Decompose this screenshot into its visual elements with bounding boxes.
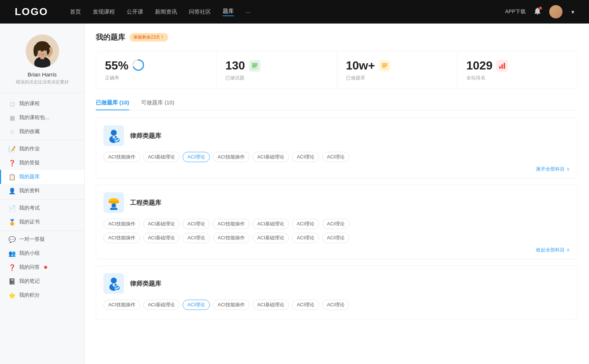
stat-rank-label: 全站排名 — [466, 75, 569, 81]
svg-rect-23 — [504, 63, 505, 69]
svg-rect-22 — [501, 64, 503, 69]
svg-rect-33 — [112, 207, 116, 208]
tag-law2-aci-basic-1[interactable]: ACI基础理论 — [143, 300, 180, 310]
sidebar-item-homework[interactable]: 📝 我的作业 — [0, 142, 84, 156]
logo[interactable]: LOGO — [15, 6, 48, 18]
tag-eng-aci-basic-r2-1[interactable]: ACI基础理论 — [143, 233, 180, 243]
tag-eng-aci-theory-r2-1[interactable]: ACI理论 — [183, 233, 210, 243]
svg-rect-30 — [110, 199, 117, 201]
sidebar-item-label: 一对一答疑 — [19, 236, 45, 243]
course-packages-icon: ▦ — [9, 114, 15, 121]
stat-done-questions-top: 130 — [225, 59, 328, 72]
sidebar-item-course-packages[interactable]: ▦ 我的课程包... — [0, 111, 84, 125]
nav-discover[interactable]: 发现课程 — [93, 8, 115, 15]
questions-badge — [44, 266, 47, 269]
sidebar-item-label: 我的收藏 — [19, 128, 40, 135]
nav-qa[interactable]: 问答社区 — [189, 8, 211, 15]
svg-point-10 — [44, 51, 45, 52]
sidebar-item-my-questions[interactable]: ❓ 我的问答 — [0, 260, 84, 274]
stat-done-banks-top: 10w+ — [346, 59, 448, 72]
tag-eng-aci-skill-1[interactable]: ACI技能操作 — [103, 219, 140, 229]
tag-eng-aci-theory-2[interactable]: ACI理论 — [292, 219, 319, 229]
my-info-icon: 👤 — [9, 188, 15, 194]
bank-section-lawyer-2-tags: ACI技能操作 ACI基础理论 ACI理论 ACI技能操作 ACI基础理论 AC… — [103, 300, 570, 310]
trial-badge: 体验剩余23天！ — [130, 33, 168, 42]
notification-bell[interactable] — [533, 7, 542, 17]
sidebar-profile: Brian Harris 错误的决定比没有决定要好 — [0, 31, 84, 93]
user-avatar[interactable] — [549, 5, 562, 18]
notification-dot — [539, 7, 542, 10]
engineer-icon — [103, 192, 124, 213]
nav-more[interactable]: ··· — [246, 9, 250, 15]
bank-section-engineer-expand[interactable]: 收起全部科目 ∧ — [103, 247, 570, 253]
list-green-icon — [249, 60, 261, 72]
sidebar-item-question-bank[interactable]: 📋 我的题库 — [0, 170, 84, 184]
sidebar-item-label: 我的积分 — [19, 292, 40, 299]
lawyer-icon-1 — [103, 125, 124, 146]
sidebar-item-label: 我的问答 — [19, 264, 40, 271]
tag-eng-aci-skill-r2-1[interactable]: ACI技能操作 — [103, 233, 140, 243]
one-on-one-icon: 💬 — [9, 236, 15, 243]
nav-news[interactable]: 新闻资讯 — [155, 8, 177, 15]
svg-rect-16 — [252, 67, 256, 67]
stat-done-banks-value: 10w+ — [346, 59, 375, 72]
bank-section-lawyer-1-expand[interactable]: 展开全部科目 ∨ — [103, 166, 570, 172]
tag-law2-aci-theory-2[interactable]: ACI理论 — [292, 300, 319, 310]
svg-point-24 — [111, 130, 117, 136]
tag-eng-aci-theory-3[interactable]: ACI理论 — [322, 219, 349, 229]
sidebar-divider-1 — [0, 140, 84, 140]
tag-aci-skill-2[interactable]: ACI技能操作 — [213, 152, 250, 162]
user-dropdown-arrow[interactable]: ▾ — [571, 8, 574, 15]
tag-aci-theory-2[interactable]: ACI理论 — [292, 152, 319, 162]
tag-eng-aci-basic-r2-2[interactable]: ACI基础理论 — [253, 233, 289, 243]
sidebar-item-one-on-one[interactable]: 💬 一对一答疑 — [0, 232, 84, 246]
tag-eng-aci-theory-1[interactable]: ACI理论 — [183, 219, 210, 229]
tab-available-banks[interactable]: 可做题库 (10) — [141, 99, 174, 110]
tag-law2-aci-basic-2[interactable]: ACI基础理论 — [253, 300, 289, 310]
tag-aci-theory-basic-2[interactable]: ACI基础理论 — [253, 152, 289, 162]
sidebar-item-my-info[interactable]: 👤 我的资料 — [0, 184, 84, 198]
sidebar-item-qa[interactable]: ❓ 我的答疑 — [0, 156, 84, 170]
tag-eng-aci-theory-r2-3[interactable]: ACI理论 — [322, 233, 349, 243]
sidebar-item-label: 我的资料 — [19, 188, 40, 194]
bank-section-lawyer-2: 律师类题库 ACI技能操作 ACI基础理论 ACI理论 ACI技能操作 ACI基… — [96, 265, 578, 320]
bank-section-lawyer-1-title: 律师类题库 — [130, 132, 161, 140]
tag-eng-aci-skill-r2-2[interactable]: ACI技能操作 — [213, 233, 250, 243]
app-download-button[interactable]: APP下载 — [505, 8, 526, 15]
tag-law2-aci-skill-1[interactable]: ACI技能操作 — [103, 300, 140, 310]
sidebar-item-my-points[interactable]: ⭐ 我的积分 — [0, 288, 84, 302]
tag-aci-theory-basic-1[interactable]: ACI基础理论 — [143, 152, 180, 162]
stat-done-banks: 10w+ 已做题库 — [337, 51, 458, 89]
tag-eng-aci-skill-2[interactable]: ACI技能操作 — [213, 219, 250, 229]
nav-questions[interactable]: 题库 — [223, 8, 234, 16]
tag-eng-aci-basic-2[interactable]: ACI基础理论 — [253, 219, 289, 229]
nav-home[interactable]: 首页 — [70, 8, 81, 15]
bank-section-lawyer-2-title: 律师类题库 — [130, 279, 161, 288]
sidebar-item-certificate[interactable]: 🏅 我的证书 — [0, 215, 84, 229]
sidebar-divider-3 — [0, 231, 84, 231]
svg-point-9 — [40, 51, 40, 52]
sidebar-item-my-exams[interactable]: 📄 我的考试 — [0, 201, 84, 215]
bank-section-lawyer-1-header: 律师类题库 — [103, 125, 570, 146]
tag-eng-aci-theory-r2-2[interactable]: ACI理论 — [292, 233, 319, 243]
sidebar-item-my-courses[interactable]: ◻ 我的课程 — [0, 97, 84, 111]
sidebar-item-my-notes[interactable]: 📓 我的笔记 — [0, 274, 84, 288]
tag-law2-aci-skill-2[interactable]: ACI技能操作 — [213, 300, 250, 310]
nav-open-course[interactable]: 公开课 — [127, 8, 143, 15]
my-notes-icon: 📓 — [9, 278, 15, 285]
svg-point-5 — [33, 45, 38, 57]
sidebar-item-my-group[interactable]: 👥 我的小组 — [0, 246, 84, 260]
sidebar: Brian Harris 错误的决定比没有决定要好 ◻ 我的课程 ▦ 我的课程包… — [0, 24, 85, 364]
svg-rect-20 — [382, 67, 386, 67]
sidebar-item-favorites[interactable]: ☆ 我的收藏 — [0, 125, 84, 139]
tag-aci-theory-3[interactable]: ACI理论 — [322, 152, 349, 162]
tag-aci-skill-1[interactable]: ACI技能操作 — [103, 152, 140, 162]
tag-eng-aci-basic-1[interactable]: ACI基础理论 — [143, 219, 180, 229]
lawyer-icon-2 — [103, 273, 124, 294]
tag-law2-aci-theory-1[interactable]: ACI理论 — [183, 300, 210, 310]
question-bank-tabs: 已做题库 (10) 可做题库 (10) — [96, 99, 578, 110]
tab-done-banks[interactable]: 已做题库 (10) — [96, 99, 129, 110]
tag-law2-aci-theory-3[interactable]: ACI理论 — [322, 300, 349, 310]
tag-aci-theory-1[interactable]: ACI理论 — [183, 152, 210, 162]
homework-icon: 📝 — [9, 146, 15, 152]
